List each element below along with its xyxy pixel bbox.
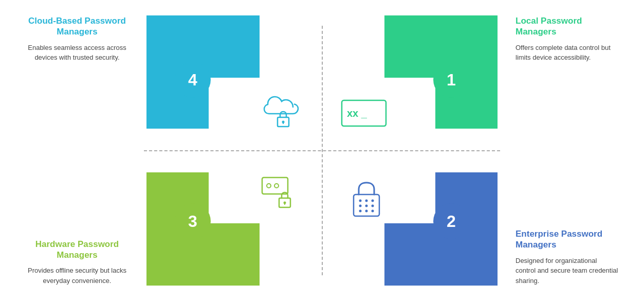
svg-point-19 xyxy=(365,210,368,213)
svg-point-15 xyxy=(359,205,362,207)
title-top-right: Local Password Managers xyxy=(516,15,618,38)
desc-bottom-right: Designed for organizational control and … xyxy=(516,256,618,286)
text-bottom-right: Enterprise Password Managers Designed fo… xyxy=(516,228,618,286)
lock-grid-icon xyxy=(351,180,382,219)
center-vertical-line xyxy=(322,26,323,275)
svg-text:xx _: xx _ xyxy=(347,108,367,119)
svg-point-6 xyxy=(267,184,271,188)
svg-point-7 xyxy=(274,184,279,188)
desc-bottom-left: Provides offline security but lacks ever… xyxy=(26,265,128,286)
svg-point-12 xyxy=(359,200,362,202)
hardware-lock-icon xyxy=(260,175,303,214)
number-1-circle: 1 xyxy=(433,62,469,98)
svg-point-14 xyxy=(372,200,374,202)
number-2-circle: 2 xyxy=(433,203,469,239)
svg-point-17 xyxy=(372,205,374,207)
svg-point-13 xyxy=(365,200,368,202)
cloud-lock-icon xyxy=(262,93,303,129)
desc-top-right: Offers complete data control but limits … xyxy=(516,43,618,63)
desc-top-left: Enables seamless access across devices w… xyxy=(26,43,128,63)
svg-rect-10 xyxy=(284,203,285,205)
number-4-circle: 4 xyxy=(175,62,211,98)
title-bottom-right: Enterprise Password Managers xyxy=(516,228,618,251)
title-top-left: Cloud-Based Password Managers xyxy=(26,15,128,38)
title-bottom-left: Hardware Password Managers xyxy=(26,239,128,261)
text-bottom-left: Hardware Password Managers Provides offl… xyxy=(26,239,128,286)
svg-point-20 xyxy=(372,210,374,213)
text-top-left: Cloud-Based Password Managers Enables se… xyxy=(26,15,128,63)
svg-point-16 xyxy=(365,205,368,207)
main-container: 4 1 3 2 Cloud-Based Password Managers En… xyxy=(0,0,644,301)
svg-point-18 xyxy=(359,210,362,213)
terminal-icon: xx _ xyxy=(341,98,382,126)
number-3-circle: 3 xyxy=(175,203,211,239)
text-top-right: Local Password Managers Offers complete … xyxy=(516,15,618,63)
svg-rect-2 xyxy=(283,122,284,124)
